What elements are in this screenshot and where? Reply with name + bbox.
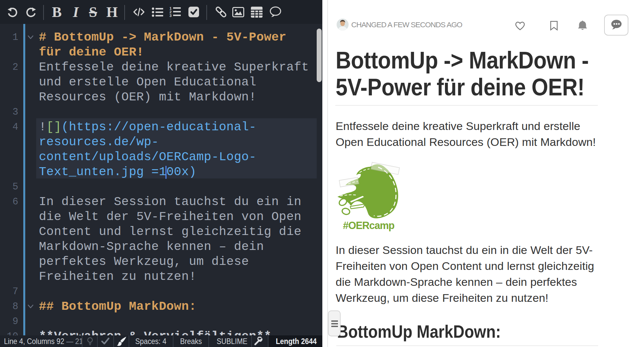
svg-text:3: 3 — [169, 14, 171, 17]
